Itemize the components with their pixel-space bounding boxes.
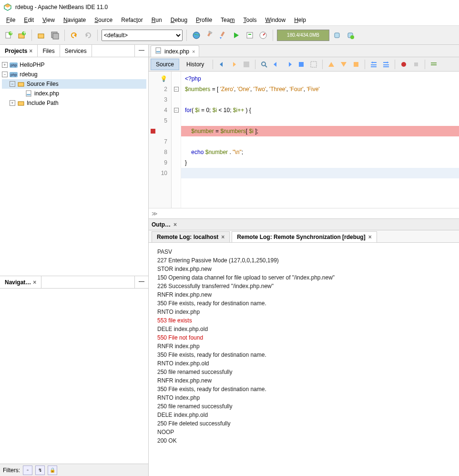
app-logo-icon xyxy=(4,3,11,11)
open-icon[interactable] xyxy=(36,30,47,41)
fold-gutter[interactable]: − − xyxy=(172,72,181,208)
menu-file[interactable]: File xyxy=(2,16,20,24)
svg-rect-47 xyxy=(383,62,387,63)
macro-rec-icon[interactable] xyxy=(398,59,409,70)
output-tabs: Remote Log: localhost× Remote Log: Remot… xyxy=(149,230,459,243)
breadcrumb-bar[interactable]: ≫ xyxy=(149,208,459,218)
tree-project-rdebug[interactable]: −phprdebug xyxy=(2,70,146,79)
new-project-icon[interactable]: + xyxy=(16,30,28,41)
output-header: Outp… × xyxy=(149,219,459,230)
comment-icon[interactable] xyxy=(428,59,439,70)
prev-annot-icon[interactable] xyxy=(326,59,337,70)
macro-stop-icon[interactable] xyxy=(411,59,421,70)
config-select[interactable]: <default> xyxy=(102,30,183,41)
tree-source-files[interactable]: −Source Files xyxy=(2,79,146,89)
tab-services[interactable]: Services xyxy=(60,45,92,57)
output-line: 200 OK xyxy=(157,436,450,445)
menu-view[interactable]: View xyxy=(38,16,59,24)
editor-mode-history[interactable]: History xyxy=(181,59,209,70)
gutter-bulb-icon[interactable]: 💡 xyxy=(149,73,171,84)
editor-tab-index[interactable]: index.php × xyxy=(151,45,199,57)
svg-rect-46 xyxy=(371,66,377,67)
output-body[interactable]: PASV227 Entering Passive Mode (127,0,0,1… xyxy=(149,243,459,476)
minimize-icon[interactable]: — xyxy=(134,276,148,288)
prev-bookmark-icon[interactable] xyxy=(271,59,282,70)
menu-edit[interactable]: Edit xyxy=(20,16,38,24)
right-column: index.php × Source History xyxy=(149,45,459,476)
svg-rect-16 xyxy=(221,31,224,36)
undo-icon[interactable] xyxy=(69,30,80,41)
diff-icon[interactable] xyxy=(241,59,252,70)
filters-label: Filters: xyxy=(3,467,20,474)
profile-icon[interactable] xyxy=(257,30,269,41)
close-icon[interactable]: × xyxy=(33,279,36,286)
redo-icon[interactable] xyxy=(82,30,93,41)
build-icon[interactable] xyxy=(204,30,215,41)
close-icon[interactable]: × xyxy=(192,49,195,54)
project-tree[interactable]: +phpHelloPHP −phprdebug −Source Files in… xyxy=(0,57,148,276)
new-file-icon[interactable]: + xyxy=(3,30,14,41)
line-gutter[interactable]: 💡 2 3 4 5 7 8 9 10 xyxy=(149,72,172,208)
svg-point-34 xyxy=(262,62,265,66)
code-editor[interactable]: 💡 2 3 4 5 7 8 9 10 − − <?php $numbers = xyxy=(149,72,459,208)
filter-1-icon[interactable]: ▫ xyxy=(23,466,32,475)
select-icon[interactable] xyxy=(308,59,319,70)
svg-rect-22 xyxy=(335,33,339,38)
nav-back-icon[interactable] xyxy=(216,59,227,70)
clean-build-icon[interactable] xyxy=(217,30,229,41)
close-icon[interactable]: × xyxy=(173,221,177,228)
find-icon[interactable] xyxy=(259,59,269,70)
menu-debug[interactable]: Debug xyxy=(166,16,192,24)
shift-left-icon[interactable] xyxy=(368,59,379,70)
output-line: 350 File exists, ready for destination n… xyxy=(157,385,450,393)
close-icon[interactable]: × xyxy=(368,234,372,240)
editor-mode-source[interactable]: Source xyxy=(151,59,179,70)
filter-3-icon[interactable]: 🔒 xyxy=(48,466,57,475)
tree-project-hellophp[interactable]: +phpHelloPHP xyxy=(2,60,146,70)
close-icon[interactable]: × xyxy=(221,234,224,240)
close-icon[interactable]: × xyxy=(29,48,32,54)
tree-file-index[interactable]: index.php xyxy=(2,89,146,98)
menu-run[interactable]: Run xyxy=(147,16,166,24)
toggle-annot-icon[interactable] xyxy=(351,59,361,70)
output-tab-localhost[interactable]: Remote Log: localhost× xyxy=(152,231,230,242)
memory-meter[interactable]: 180.4/434.0MB xyxy=(277,30,329,41)
menu-refactor[interactable]: Refactor xyxy=(117,16,147,24)
db2-icon[interactable] xyxy=(345,30,356,41)
menu-profile[interactable]: Profile xyxy=(192,16,216,24)
tab-navigator[interactable]: Navigat…× xyxy=(0,276,41,288)
minimize-icon[interactable]: — xyxy=(134,45,148,57)
menu-source[interactable]: Source xyxy=(90,16,117,24)
menu-help[interactable]: Help xyxy=(290,16,310,24)
menu-team[interactable]: Team xyxy=(216,16,239,24)
navigator-body xyxy=(0,289,148,464)
menu-window[interactable]: Window xyxy=(261,16,290,24)
run-icon[interactable] xyxy=(231,30,242,41)
shift-right-icon[interactable] xyxy=(381,59,391,70)
next-annot-icon[interactable] xyxy=(338,59,349,70)
filter-2-icon[interactable]: ↯ xyxy=(35,466,45,475)
tab-files[interactable]: Files xyxy=(38,45,60,57)
output-tab-remote-sync[interactable]: Remote Log: Remote Synchronization [rdeb… xyxy=(232,231,377,242)
tab-projects[interactable]: Projects× xyxy=(0,45,38,57)
svg-marker-37 xyxy=(289,62,292,67)
menu-tools[interactable]: Tools xyxy=(239,16,261,24)
breakpoint-marker[interactable] xyxy=(149,126,171,136)
menu-navigate[interactable]: Navigate xyxy=(59,16,90,24)
nav-fwd-icon[interactable] xyxy=(229,59,239,70)
svg-point-24 xyxy=(350,35,354,39)
save-all-icon[interactable] xyxy=(49,30,61,41)
main-toolbar: + + <default> 180.4/434.0MB xyxy=(0,26,459,45)
next-bookmark-icon[interactable] xyxy=(284,59,294,70)
editor-tabs: index.php × xyxy=(149,45,459,57)
debug-icon[interactable] xyxy=(244,30,255,41)
svg-rect-33 xyxy=(244,62,249,67)
db-icon[interactable] xyxy=(331,30,343,41)
svg-rect-18 xyxy=(247,32,253,38)
toggle-bookmark-icon[interactable] xyxy=(296,59,306,70)
php-file-icon xyxy=(155,47,162,55)
code-lines[interactable]: <?php $numbers = [ 'Zero', 'One', 'Two',… xyxy=(181,72,459,208)
tree-include-path[interactable]: +Include Path xyxy=(2,98,146,108)
globe-icon[interactable] xyxy=(191,30,202,41)
output-title: Outp… xyxy=(152,221,171,228)
